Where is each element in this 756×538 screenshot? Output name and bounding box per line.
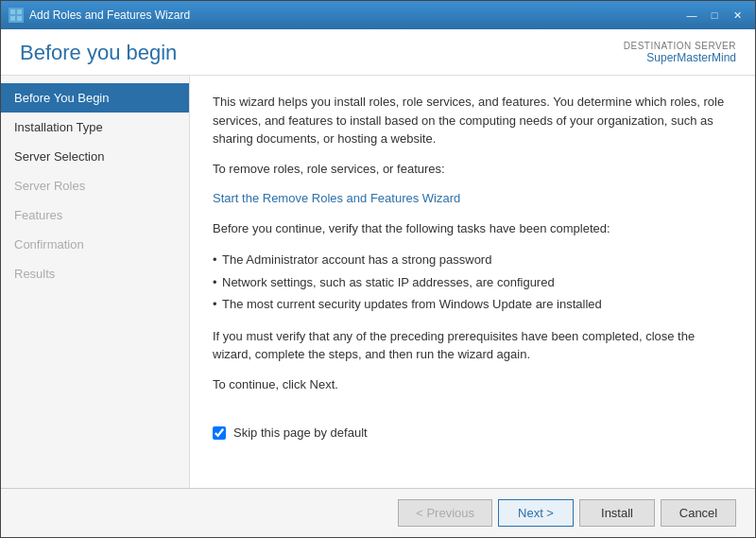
cancel-button[interactable]: Cancel <box>661 499 736 527</box>
install-button[interactable]: Install <box>579 499 655 527</box>
app-icon <box>9 8 24 23</box>
sidebar-item-server-roles: Server Roles <box>1 171 189 200</box>
server-name: SuperMasterMind <box>624 51 736 64</box>
sidebar-item-confirmation: Confirmation <box>1 230 189 259</box>
wizard-window: Add Roles and Features Wizard — □ ✕ Befo… <box>0 0 756 538</box>
main-content: Before You Begin Installation Type Serve… <box>1 76 755 488</box>
sidebar-item-features: Features <box>1 200 189 230</box>
bullet-list: The Administrator account has a strong p… <box>213 249 732 316</box>
title-bar: Add Roles and Features Wizard — □ ✕ <box>1 1 755 29</box>
sidebar: Before You Begin Installation Type Serve… <box>1 76 190 488</box>
bullet-item-1: The Administrator account has a strong p… <box>213 249 732 271</box>
svg-rect-0 <box>10 9 15 14</box>
intro-paragraph: This wizard helps you install roles, rol… <box>213 93 732 148</box>
continue-paragraph: To continue, click Next. <box>213 375 732 394</box>
minimize-button[interactable]: — <box>681 7 702 24</box>
close-button[interactable]: ✕ <box>727 7 747 24</box>
svg-rect-2 <box>10 16 15 21</box>
content-area: Before you begin DESTINATION SERVER Supe… <box>1 29 755 488</box>
title-bar-controls: — □ ✕ <box>681 7 747 24</box>
maximize-button[interactable]: □ <box>704 7 725 24</box>
previous-button[interactable]: < Previous <box>398 499 492 527</box>
remove-link[interactable]: Start the Remove Roles and Features Wiza… <box>213 191 460 205</box>
skip-page-checkbox[interactable] <box>213 426 226 440</box>
title-bar-left: Add Roles and Features Wizard <box>9 8 190 23</box>
destination-server: DESTINATION SERVER SuperMasterMind <box>624 41 736 64</box>
header-bar: Before you begin DESTINATION SERVER Supe… <box>1 29 755 76</box>
page-title: Before you begin <box>20 41 177 65</box>
svg-rect-1 <box>17 9 22 14</box>
verify-paragraph: Before you continue, verify that the fol… <box>213 219 732 238</box>
skip-page-checkbox-area: Skip this page by default <box>213 405 732 443</box>
verify-paragraph-2: If you must verify that any of the prece… <box>213 327 732 364</box>
sidebar-item-before-you-begin[interactable]: Before You Begin <box>1 83 189 113</box>
svg-rect-3 <box>17 16 22 21</box>
remove-label: To remove roles, role services, or featu… <box>213 160 732 179</box>
sidebar-item-server-selection[interactable]: Server Selection <box>1 142 189 171</box>
sidebar-item-results: Results <box>1 259 189 288</box>
page-content-body: This wizard helps you install roles, rol… <box>190 76 755 488</box>
sidebar-item-installation-type[interactable]: Installation Type <box>1 113 189 142</box>
footer: < Previous Next > Install Cancel <box>1 488 755 537</box>
next-button[interactable]: Next > <box>498 499 574 527</box>
bullet-item-3: The most current security updates from W… <box>213 293 732 316</box>
skip-page-label[interactable]: Skip this page by default <box>233 424 368 443</box>
window-title: Add Roles and Features Wizard <box>29 9 190 22</box>
bullet-item-2: Network settings, such as static IP addr… <box>213 271 732 294</box>
destination-label: DESTINATION SERVER <box>624 41 736 51</box>
